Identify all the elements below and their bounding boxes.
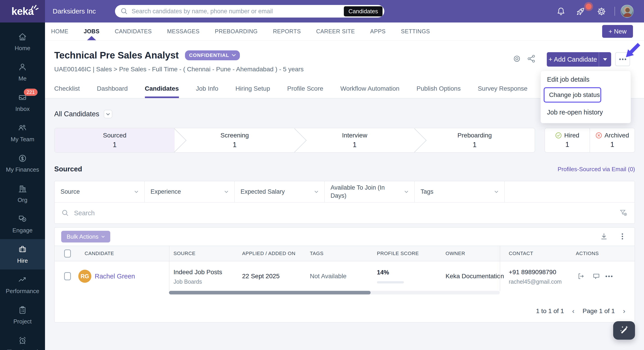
keka-hire-app: Darksiders Inc Candidates keka xyxy=(0,0,644,350)
settings-gear-icon[interactable] xyxy=(596,6,607,17)
frozen-column-divider-left xyxy=(169,246,170,291)
candidate-name-link[interactable]: Rachel Green xyxy=(95,273,135,280)
comment-icon[interactable] xyxy=(592,272,600,281)
menu-item-change-job-status[interactable]: Change job status xyxy=(544,87,601,103)
view-chevron-button[interactable] xyxy=(104,110,112,118)
confidential-badge[interactable]: CONFIDENTIAL xyxy=(185,50,240,60)
tab-messages[interactable]: MESSAGES xyxy=(167,22,199,40)
export-candidate-icon[interactable] xyxy=(577,272,585,281)
pagination: 1 to 1 of 1 ‹ Page 1 of 1 › xyxy=(536,307,625,315)
candidate-row[interactable]: RG Rachel Green Indeed Job Posts Job Boa… xyxy=(55,262,634,291)
add-candidate-caret[interactable] xyxy=(599,52,611,67)
filter-source[interactable]: Source xyxy=(55,181,145,202)
bulk-actions-button[interactable]: Bulk Actions xyxy=(61,231,110,243)
tab-settings[interactable]: SETTINGS xyxy=(401,22,430,40)
tab-candidates[interactable]: CANDIDATES xyxy=(115,22,152,40)
search-input[interactable] xyxy=(132,8,340,15)
source-type: Job Boards xyxy=(174,279,202,285)
job-tabs: Checklist Dashboard Candidates Job Info … xyxy=(54,83,528,98)
whats-new-rocket-icon[interactable] xyxy=(575,6,586,17)
tags-value: Not Available xyxy=(310,273,346,280)
stage-preboarding[interactable]: Preboarding 1 xyxy=(415,128,535,152)
stage-screening[interactable]: Screening 1 xyxy=(174,128,294,152)
candidate-search-input[interactable] xyxy=(74,209,614,217)
ai-assistant-wand-button[interactable] xyxy=(613,321,635,340)
sidebar-item-project[interactable]: Project xyxy=(0,300,45,330)
filter-experience[interactable]: Experience xyxy=(145,181,235,202)
select-all-checkbox[interactable] xyxy=(64,250,71,258)
col-actions: ACTIONS xyxy=(576,251,599,256)
job-tab-hiring-setup[interactable]: Hiring Setup xyxy=(235,83,270,98)
stage-interview[interactable]: Interview 1 xyxy=(295,128,415,152)
filters-card: Source Experience Expected Salary Availa… xyxy=(54,181,635,224)
watchers-icon[interactable] xyxy=(512,54,522,63)
job-tab-job-info[interactable]: Job Info xyxy=(196,83,218,98)
stage-archived[interactable]: Archived 1 xyxy=(590,128,634,152)
menu-item-job-reopen-history[interactable]: Job re-open history xyxy=(547,109,603,116)
user-avatar[interactable] xyxy=(620,5,634,18)
candidate-view-selector[interactable]: All Candidates xyxy=(54,110,112,118)
global-search[interactable]: Candidates xyxy=(115,5,384,17)
user-icon xyxy=(17,62,28,72)
profiles-sourced-email-link[interactable]: Profiles-Sourced via Email (0) xyxy=(558,166,635,173)
search-icon xyxy=(120,7,128,15)
job-tab-survey-response[interactable]: Survey Response xyxy=(478,83,528,98)
chevron-down-icon xyxy=(404,191,408,193)
owner-value: Keka Documentation xyxy=(446,273,504,280)
profile-score-bar xyxy=(377,281,404,283)
tab-preboarding[interactable]: PREBOARDING xyxy=(215,22,258,40)
new-button[interactable]: + New xyxy=(602,25,633,38)
next-page-chevron[interactable]: › xyxy=(623,307,625,315)
sidebar-item-engage[interactable]: Engage xyxy=(0,209,45,239)
job-tab-profile-score[interactable]: Profile Score xyxy=(287,83,323,98)
topbar-divider xyxy=(614,7,615,16)
stage-sourced[interactable]: Sourced 1 xyxy=(55,128,174,152)
home-icon xyxy=(17,32,28,42)
sidebar-item-performance[interactable]: Performance xyxy=(0,270,45,300)
filter-expected-salary[interactable]: Expected Salary xyxy=(235,181,325,202)
sidebar-item-my-team[interactable]: My Team xyxy=(0,118,45,148)
sidebar-item-my-finances[interactable]: My Finances xyxy=(0,148,45,178)
sidebar-item-org[interactable]: Org xyxy=(0,178,45,209)
pagination-page: Page 1 of 1 xyxy=(582,308,615,315)
prev-page-chevron[interactable]: ‹ xyxy=(572,307,574,315)
time-attend-clock-icon xyxy=(17,335,28,346)
tab-apps[interactable]: APPS xyxy=(370,22,386,40)
search-scope-chip[interactable]: Candidates xyxy=(344,6,382,16)
clear-filter-icon[interactable] xyxy=(619,209,628,218)
job-tab-candidates[interactable]: Candidates xyxy=(145,83,179,98)
tab-reports[interactable]: REPORTS xyxy=(273,22,301,40)
main-area: HOME JOBS CANDIDATES MESSAGES PREBOARDIN… xyxy=(45,22,644,350)
tab-career-site[interactable]: CAREER SITE xyxy=(316,22,355,40)
job-tab-checklist[interactable]: Checklist xyxy=(54,83,80,98)
keka-logo[interactable]: keka xyxy=(0,0,45,22)
job-tab-publish-options[interactable]: Publish Options xyxy=(416,83,460,98)
filter-tags[interactable]: Tags xyxy=(415,181,505,202)
contact-email: rachel45@gmail.com xyxy=(509,279,562,285)
sidebar-item-hire[interactable]: Hire xyxy=(0,239,45,270)
tab-jobs[interactable]: JOBS xyxy=(84,22,100,40)
job-tab-workflow-automation[interactable]: Workflow Automation xyxy=(340,83,400,98)
row-checkbox[interactable] xyxy=(64,272,71,280)
sidebar-item-time-attend[interactable]: Time Attend xyxy=(0,330,45,350)
candidates-content: All Candidates Sourced 1 Screening 1 Int… xyxy=(45,98,644,350)
row-more-actions-icon[interactable] xyxy=(606,272,614,281)
sidebar-item-inbox[interactable]: 221 Inbox xyxy=(0,87,45,118)
add-candidate-button[interactable]: + Add Candidate xyxy=(547,52,611,67)
contact-phone: +91 8989098790 xyxy=(509,269,556,276)
menu-item-edit-job-details[interactable]: Edit job details xyxy=(547,76,590,83)
sidebar-item-me[interactable]: Me xyxy=(0,57,45,87)
tab-home[interactable]: HOME xyxy=(51,22,68,40)
job-tab-dashboard[interactable]: Dashboard xyxy=(97,83,128,98)
col-owner: OWNER xyxy=(446,251,465,256)
chevron-down-icon xyxy=(101,236,105,238)
filter-available-to-join[interactable]: Available To Join (In Days) xyxy=(325,181,415,202)
download-icon[interactable] xyxy=(599,232,609,241)
stage-hired[interactable]: Hired 1 xyxy=(545,128,590,152)
job-more-actions-button[interactable] xyxy=(615,52,630,66)
sidebar-item-home[interactable]: Home xyxy=(0,26,45,57)
table-kebab-menu-icon[interactable] xyxy=(618,232,627,241)
notifications-bell-icon[interactable] xyxy=(556,6,566,17)
share-icon[interactable] xyxy=(526,54,536,63)
horizontal-scrollbar-thumb[interactable] xyxy=(169,291,370,295)
